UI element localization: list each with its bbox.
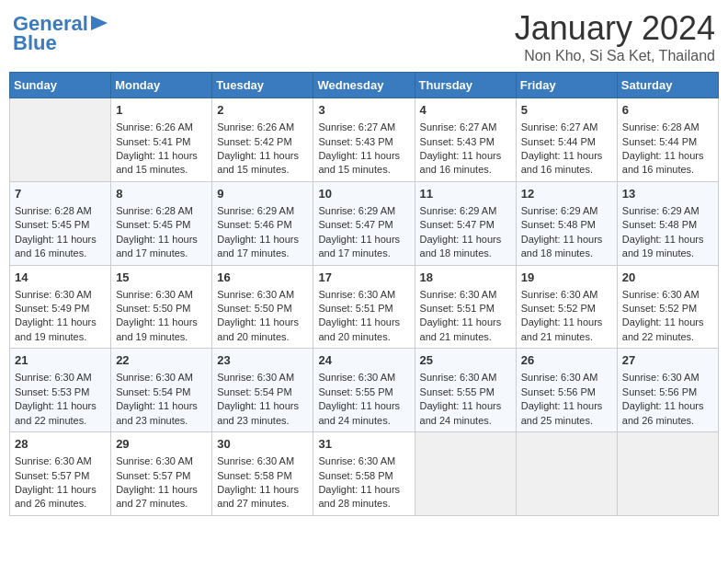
calendar-cell: 7Sunrise: 6:28 AMSunset: 5:45 PMDaylight… bbox=[10, 181, 111, 265]
day-number: 18 bbox=[420, 270, 511, 286]
calendar-cell bbox=[415, 432, 516, 516]
day-number: 19 bbox=[521, 270, 612, 286]
calendar-header-row: SundayMondayTuesdayWednesdayThursdayFrid… bbox=[10, 73, 719, 98]
calendar-cell: 1Sunrise: 6:26 AMSunset: 5:41 PMDaylight… bbox=[111, 98, 212, 182]
day-number: 10 bbox=[318, 186, 409, 202]
title-section: January 2024 Non Kho, Si Sa Ket, Thailan… bbox=[515, 9, 715, 64]
sunset-text: Sunset: 5:45 PM bbox=[116, 219, 190, 230]
sunrise-text: Sunrise: 6:30 AM bbox=[217, 372, 294, 383]
sunrise-text: Sunrise: 6:30 AM bbox=[15, 289, 92, 300]
day-number: 21 bbox=[15, 352, 106, 369]
calendar-cell: 20Sunrise: 6:30 AMSunset: 5:52 PMDayligh… bbox=[617, 265, 718, 349]
weekday-header: Wednesday bbox=[313, 73, 415, 98]
sunrise-text: Sunrise: 6:28 AM bbox=[116, 205, 193, 216]
daylight-text: Daylight: 11 hours and 15 minutes. bbox=[318, 150, 400, 175]
sunrise-text: Sunrise: 6:30 AM bbox=[420, 289, 497, 300]
weekday-header: Sunday bbox=[10, 73, 111, 98]
sunrise-text: Sunrise: 6:30 AM bbox=[521, 372, 598, 383]
daylight-text: Daylight: 11 hours and 18 minutes. bbox=[420, 234, 502, 259]
calendar-cell: 11Sunrise: 6:29 AMSunset: 5:47 PMDayligh… bbox=[415, 181, 516, 265]
sunset-text: Sunset: 5:44 PM bbox=[521, 136, 596, 147]
calendar-cell: 8Sunrise: 6:28 AMSunset: 5:45 PMDaylight… bbox=[111, 181, 212, 265]
daylight-text: Daylight: 11 hours and 19 minutes. bbox=[622, 234, 704, 259]
calendar-cell: 18Sunrise: 6:30 AMSunset: 5:51 PMDayligh… bbox=[415, 265, 516, 349]
calendar-cell: 30Sunrise: 6:30 AMSunset: 5:58 PMDayligh… bbox=[212, 432, 313, 516]
daylight-text: Daylight: 11 hours and 22 minutes. bbox=[622, 316, 704, 341]
daylight-text: Daylight: 11 hours and 19 minutes. bbox=[15, 316, 97, 341]
sunset-text: Sunset: 5:44 PM bbox=[622, 136, 697, 147]
calendar-cell: 27Sunrise: 6:30 AMSunset: 5:56 PMDayligh… bbox=[617, 349, 718, 432]
calendar-cell: 22Sunrise: 6:30 AMSunset: 5:54 PMDayligh… bbox=[111, 349, 212, 432]
sunset-text: Sunset: 5:51 PM bbox=[318, 303, 392, 314]
daylight-text: Daylight: 11 hours and 19 minutes. bbox=[116, 316, 198, 341]
daylight-text: Daylight: 11 hours and 15 minutes. bbox=[217, 150, 299, 175]
day-number: 1 bbox=[116, 102, 207, 119]
calendar-cell: 6Sunrise: 6:28 AMSunset: 5:44 PMDaylight… bbox=[617, 98, 718, 182]
sunset-text: Sunset: 5:54 PM bbox=[116, 386, 190, 397]
daylight-text: Daylight: 11 hours and 21 minutes. bbox=[420, 316, 502, 341]
sunrise-text: Sunrise: 6:27 AM bbox=[521, 121, 598, 132]
sunset-text: Sunset: 5:48 PM bbox=[521, 219, 596, 230]
daylight-text: Daylight: 11 hours and 26 minutes. bbox=[622, 400, 704, 425]
sunset-text: Sunset: 5:42 PM bbox=[217, 136, 291, 147]
logo-blue-text: Blue bbox=[13, 32, 57, 54]
calendar-cell: 4Sunrise: 6:27 AMSunset: 5:43 PMDaylight… bbox=[415, 98, 516, 182]
sunrise-text: Sunrise: 6:30 AM bbox=[116, 289, 193, 300]
sunset-text: Sunset: 5:57 PM bbox=[116, 470, 190, 481]
sunset-text: Sunset: 5:56 PM bbox=[521, 386, 596, 397]
sunrise-text: Sunrise: 6:30 AM bbox=[116, 372, 193, 383]
calendar-cell: 14Sunrise: 6:30 AMSunset: 5:49 PMDayligh… bbox=[10, 265, 111, 349]
sunset-text: Sunset: 5:56 PM bbox=[622, 386, 697, 397]
daylight-text: Daylight: 11 hours and 16 minutes. bbox=[420, 150, 502, 175]
calendar-cell: 31Sunrise: 6:30 AMSunset: 5:58 PMDayligh… bbox=[313, 432, 415, 516]
sunset-text: Sunset: 5:43 PM bbox=[420, 136, 495, 147]
sunset-text: Sunset: 5:50 PM bbox=[116, 303, 190, 314]
day-number: 15 bbox=[116, 270, 207, 286]
day-number: 24 bbox=[318, 352, 409, 369]
sunrise-text: Sunrise: 6:29 AM bbox=[217, 205, 294, 216]
daylight-text: Daylight: 11 hours and 20 minutes. bbox=[217, 316, 299, 341]
calendar-cell: 28Sunrise: 6:30 AMSunset: 5:57 PMDayligh… bbox=[10, 432, 111, 516]
sunset-text: Sunset: 5:41 PM bbox=[116, 136, 190, 147]
sunrise-text: Sunrise: 6:30 AM bbox=[622, 372, 700, 383]
sunrise-text: Sunrise: 6:29 AM bbox=[622, 205, 700, 216]
calendar-cell: 21Sunrise: 6:30 AMSunset: 5:53 PMDayligh… bbox=[10, 349, 111, 432]
day-number: 2 bbox=[217, 102, 308, 119]
daylight-text: Daylight: 11 hours and 27 minutes. bbox=[116, 484, 198, 509]
sunrise-text: Sunrise: 6:30 AM bbox=[15, 372, 92, 383]
day-number: 9 bbox=[217, 186, 308, 202]
sunset-text: Sunset: 5:55 PM bbox=[420, 386, 495, 397]
calendar-body: 1Sunrise: 6:26 AMSunset: 5:41 PMDaylight… bbox=[10, 98, 719, 516]
sunrise-text: Sunrise: 6:28 AM bbox=[15, 205, 92, 216]
daylight-text: Daylight: 11 hours and 18 minutes. bbox=[521, 234, 603, 259]
weekday-header: Thursday bbox=[415, 73, 516, 98]
calendar-cell: 26Sunrise: 6:30 AMSunset: 5:56 PMDayligh… bbox=[516, 349, 617, 432]
day-number: 25 bbox=[420, 352, 511, 369]
calendar-week-row: 14Sunrise: 6:30 AMSunset: 5:49 PMDayligh… bbox=[10, 265, 719, 349]
sunset-text: Sunset: 5:57 PM bbox=[15, 470, 89, 481]
day-number: 7 bbox=[15, 186, 106, 202]
calendar-cell: 12Sunrise: 6:29 AMSunset: 5:48 PMDayligh… bbox=[516, 181, 617, 265]
sunset-text: Sunset: 5:45 PM bbox=[15, 219, 89, 230]
sunset-text: Sunset: 5:58 PM bbox=[217, 470, 291, 481]
sunrise-text: Sunrise: 6:30 AM bbox=[116, 455, 193, 466]
daylight-text: Daylight: 11 hours and 27 minutes. bbox=[217, 484, 299, 509]
calendar-cell bbox=[617, 432, 718, 516]
logo-icon bbox=[91, 16, 108, 30]
calendar-cell: 13Sunrise: 6:29 AMSunset: 5:48 PMDayligh… bbox=[617, 181, 718, 265]
sunrise-text: Sunrise: 6:26 AM bbox=[116, 121, 193, 132]
sunset-text: Sunset: 5:43 PM bbox=[318, 136, 392, 147]
day-number: 23 bbox=[217, 352, 308, 369]
calendar-cell: 9Sunrise: 6:29 AMSunset: 5:46 PMDaylight… bbox=[212, 181, 313, 265]
sunset-text: Sunset: 5:52 PM bbox=[622, 303, 697, 314]
daylight-text: Daylight: 11 hours and 23 minutes. bbox=[116, 400, 198, 425]
day-number: 6 bbox=[622, 102, 713, 119]
daylight-text: Daylight: 11 hours and 24 minutes. bbox=[318, 400, 400, 425]
day-number: 28 bbox=[15, 436, 106, 453]
day-number: 27 bbox=[622, 352, 713, 369]
month-title: January 2024 bbox=[515, 9, 715, 48]
calendar-cell: 24Sunrise: 6:30 AMSunset: 5:55 PMDayligh… bbox=[313, 349, 415, 432]
calendar-cell: 23Sunrise: 6:30 AMSunset: 5:54 PMDayligh… bbox=[212, 349, 313, 432]
daylight-text: Daylight: 11 hours and 23 minutes. bbox=[217, 400, 299, 425]
sunset-text: Sunset: 5:55 PM bbox=[318, 386, 392, 397]
